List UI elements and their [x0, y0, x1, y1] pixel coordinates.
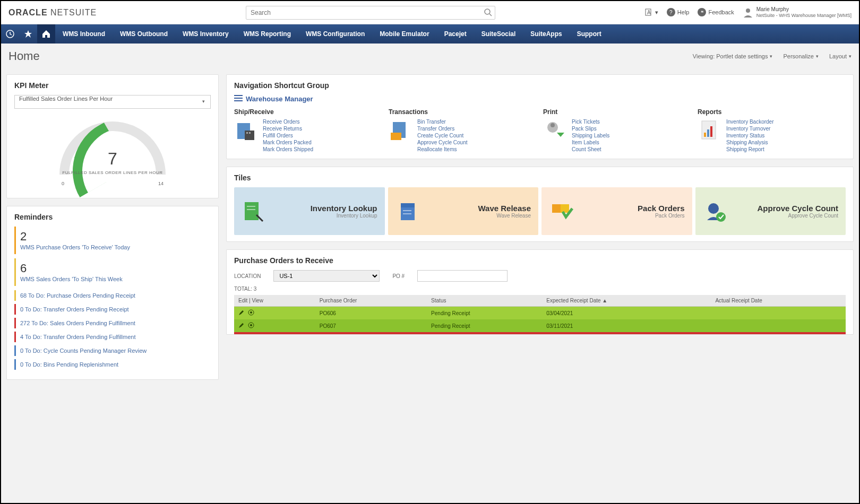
viewing-dropdown[interactable]: Viewing: Portlet date settings ▾ [693, 53, 773, 59]
reminder-item[interactable]: 0 To Do: Bins Pending Replenishment [14, 359, 211, 370]
search-input[interactable] [246, 6, 495, 20]
shortcut-link[interactable]: Shipping Labels [572, 133, 609, 138]
help-link[interactable]: ? Help [667, 8, 690, 16]
nav-wms-reporting[interactable]: WMS Reporting [236, 24, 298, 44]
po-header-cell[interactable]: Edit | View [234, 295, 315, 307]
table-row[interactable]: PO607Pending Receipt03/11/2021 [234, 319, 846, 332]
shortcut-link[interactable]: Inventory Status [726, 133, 774, 138]
layout-dropdown[interactable]: Layout ▾ [829, 53, 852, 59]
tile-wave-release[interactable]: Wave ReleaseWave Release [388, 187, 539, 235]
view-icon[interactable] [248, 322, 255, 329]
reminder-item[interactable]: 4 To Do: Transfer Orders Pending Fulfill… [14, 332, 211, 342]
nav-wms-inbound[interactable]: WMS Inbound [55, 24, 113, 44]
po-header-cell[interactable]: Actual Receipt Date [711, 295, 846, 307]
expected-date-cell: 03/04/2021 [542, 307, 711, 320]
tile-title: Wave Release [478, 204, 531, 213]
svg-point-31 [708, 203, 719, 214]
po-number-input[interactable] [417, 270, 508, 282]
shortcut-link[interactable]: Inventory Backorder [726, 119, 774, 125]
shortcut-link[interactable]: Count Sheet [572, 146, 609, 152]
shortcut-link[interactable]: Pack Slips [572, 126, 609, 132]
shortcut-link[interactable]: Bin Transfer [417, 119, 468, 125]
dashboard-main: KPI Meter Fulfilled Sales Order Lines Pe… [1, 69, 859, 503]
po-title: Purchase Orders to Receive [234, 256, 846, 265]
po-filters: LOCATION US-1 PO # [234, 270, 846, 282]
svg-rect-26 [401, 203, 415, 207]
shortcut-link[interactable]: Mark Orders Packed [263, 140, 313, 145]
location-select[interactable]: US-1 [273, 270, 380, 282]
nav-pacejet[interactable]: Pacejet [437, 24, 474, 44]
reminder-item[interactable]: 6WMS Sales Orders 'To Ship' This Week [14, 258, 211, 286]
brand-oracle: ORACLE [8, 8, 48, 17]
reminder-item[interactable]: 0 To Do: Cycle Counts Pending Manager Re… [14, 345, 211, 356]
user-role: NetSuite - WHS Warehouse Manager [WMS] [756, 13, 852, 19]
shortcut-link[interactable]: Receive Returns [263, 126, 313, 132]
recent-icon[interactable] [1, 24, 19, 44]
actual-date-cell [711, 307, 846, 320]
nav-suiteapps[interactable]: SuiteApps [523, 24, 569, 44]
reminder-item[interactable]: 68 To Do: Purchase Orders Pending Receip… [14, 290, 211, 301]
po-header-cell[interactable]: Expected Receipt Date ▲ [542, 295, 711, 307]
shortcut-link[interactable]: Shipping Report [726, 146, 774, 152]
shortcut-link[interactable]: Shipping Analysis [726, 140, 774, 145]
reminder-count: 6 [20, 262, 211, 275]
nav-wms-outbound[interactable]: WMS Outbound [113, 24, 175, 44]
reminder-label: 272 To Do: Sales Orders Pending Fulfillm… [20, 320, 135, 326]
reminder-label: 0 To Do: Bins Pending Replenishment [20, 361, 118, 368]
shortcut-link[interactable]: Mark Orders Shipped [263, 146, 313, 152]
reminders-title: Reminders [14, 213, 211, 221]
main-nav: WMS InboundWMS OutboundWMS InventoryWMS … [1, 24, 859, 44]
tile-pack-orders[interactable]: Pack OrdersPack Orders [541, 187, 692, 235]
nav-wms-inventory[interactable]: WMS Inventory [175, 24, 236, 44]
tile-subtitle: Approve Cycle Count [757, 213, 838, 219]
shortcut-link[interactable]: Reallocate Items [417, 146, 468, 152]
shortcut-link[interactable]: Transfer Orders [417, 126, 468, 132]
tile-title: Pack Orders [638, 204, 684, 213]
po-number-label: PO # [392, 273, 405, 279]
shortcut-link[interactable]: Item Labels [572, 140, 609, 145]
svg-rect-19 [704, 133, 706, 137]
reminder-item[interactable]: 2WMS Purchase Orders 'To Receive' Today [14, 227, 211, 254]
reminder-label: 4 To Do: Transfer Orders Pending Fulfill… [20, 334, 135, 340]
tile-inventory-lookup[interactable]: Inventory LookupInventory Lookup [234, 187, 385, 235]
shortcut-col-icon [389, 119, 412, 142]
svg-point-34 [250, 311, 252, 314]
shortcut-link[interactable]: Fulfill Orders [263, 133, 313, 138]
accessibility-icon[interactable]: A▾ [644, 8, 658, 16]
warehouse-manager-header[interactable]: Warehouse Manager [234, 95, 846, 103]
edit-icon[interactable] [238, 309, 246, 317]
edit-icon[interactable] [238, 322, 246, 329]
kpi-selector[interactable]: Fulfilled Sales Order Lines Per Hour ▾ [14, 95, 211, 109]
brand-netsuite: NETSUITE [50, 8, 97, 17]
reminder-item[interactable]: 272 To Do: Sales Orders Pending Fulfillm… [14, 318, 211, 328]
nav-suitesocial[interactable]: SuiteSocial [474, 24, 523, 44]
help-label: Help [677, 9, 690, 15]
nav-mobile-emulator[interactable]: Mobile Emulator [372, 24, 436, 44]
tile-icon [242, 199, 266, 223]
po-header-cell[interactable]: Purchase Order [315, 295, 427, 307]
nav-wms-configuration[interactable]: WMS Configuration [298, 24, 372, 44]
shortcut-link[interactable]: Approve Cycle Count [417, 140, 468, 145]
po-header-cell[interactable]: Status [427, 295, 542, 307]
table-row[interactable]: PO606Pending Receipt03/04/2021 [234, 307, 846, 320]
user-menu[interactable]: Marie Murphy NetSuite - WHS Warehouse Ma… [743, 6, 852, 19]
po-total: TOTAL: 3 [234, 286, 846, 292]
view-icon[interactable] [248, 309, 255, 317]
location-label: LOCATION [234, 273, 261, 279]
star-icon[interactable] [19, 24, 37, 44]
home-icon[interactable] [37, 24, 55, 44]
svg-point-36 [250, 324, 252, 326]
feedback-link[interactable]: ❝ Feedback [698, 8, 734, 16]
row-actions [234, 307, 315, 320]
shortcut-link[interactable]: Pick Tickets [572, 119, 609, 125]
personalize-label: Personalize [783, 53, 813, 59]
shortcut-link[interactable]: Create Cycle Count [417, 133, 468, 138]
personalize-dropdown[interactable]: Personalize ▾ [783, 53, 818, 59]
search-icon[interactable] [484, 8, 492, 18]
shortcut-link[interactable]: Receive Orders [263, 119, 313, 125]
shortcut-link[interactable]: Inventory Turnover [726, 126, 774, 132]
reminder-item[interactable]: 0 To Do: Transfer Orders Pending Receipt [14, 304, 211, 315]
nav-support[interactable]: Support [570, 24, 609, 44]
tile-approve-cycle-count[interactable]: Approve Cycle CountApprove Cycle Count [695, 187, 846, 235]
shortcut-col-title: Print [543, 108, 691, 116]
